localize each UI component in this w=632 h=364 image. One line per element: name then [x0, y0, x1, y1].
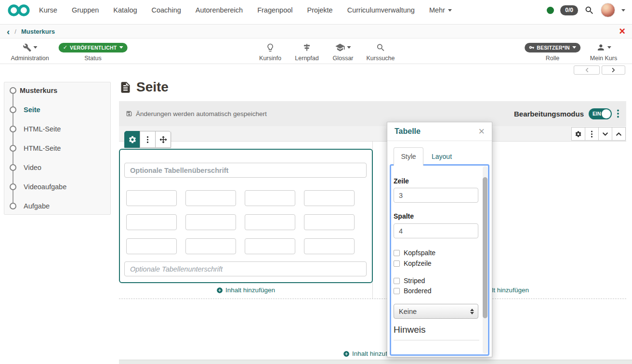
table-cell[interactable]	[185, 190, 236, 206]
tab-style[interactable]: Style	[394, 147, 423, 166]
add-section-bar[interactable]	[119, 360, 632, 364]
kopfzeile-checkbox[interactable]	[394, 260, 400, 267]
tree-node-circle	[10, 126, 16, 132]
spalte-input[interactable]	[394, 223, 478, 238]
page-title: Seite	[119, 79, 169, 95]
back-chevron-icon[interactable]: ‹	[7, 27, 10, 36]
kurssuche-label: Kurssuche	[366, 55, 395, 62]
nav-item-gruppen[interactable]: Gruppen	[72, 6, 99, 14]
key-icon	[529, 45, 534, 50]
table-cell[interactable]	[185, 238, 236, 254]
breadcrumb-course-link[interactable]: Musterkurs	[21, 28, 55, 35]
nav-item-projekte[interactable]: Projekte	[307, 6, 332, 14]
striped-label: Striped	[404, 277, 425, 285]
nav-item-fragenpool[interactable]: Fragenpool	[257, 6, 292, 14]
chevron-left-icon	[584, 67, 590, 73]
kurssuche-button[interactable]: Kurssuche	[366, 42, 395, 62]
plus-circle-icon	[216, 287, 223, 294]
table-cell[interactable]	[126, 238, 177, 254]
table-component[interactable]	[119, 149, 373, 283]
glossar-label: Glossar	[332, 55, 353, 62]
administration-menu[interactable]: Administration	[11, 42, 49, 62]
component-settings-button[interactable]	[124, 131, 140, 148]
row-more-button[interactable]	[585, 127, 599, 141]
row-settings-button[interactable]	[571, 127, 585, 141]
table-cell[interactable]	[245, 214, 295, 230]
row-move-down-button[interactable]	[598, 127, 612, 141]
nav-item-autorenbereich[interactable]: Autorenbereich	[196, 6, 243, 14]
lernpfad-button[interactable]: Lernpfad	[295, 42, 318, 62]
table-cell[interactable]	[304, 190, 355, 206]
nav-item-coaching[interactable]: Coaching	[152, 6, 181, 14]
rolle-menu[interactable]: BESITZER*IN Rolle	[525, 42, 580, 62]
glossar-menu[interactable]: Glossar	[332, 42, 353, 62]
close-icon[interactable]: ×	[478, 126, 485, 137]
chevron-down-icon	[33, 46, 37, 49]
table-dialog: Tabelle × Style Layout Zeile Spalte Kopf…	[387, 122, 492, 357]
next-page-button[interactable]	[602, 65, 625, 75]
zeile-input[interactable]	[394, 188, 478, 203]
tree-node-circle	[10, 87, 16, 94]
dialog-header: Tabelle ×	[387, 122, 492, 141]
document-icon	[119, 80, 132, 95]
chevron-down-icon	[602, 131, 608, 137]
table-cell[interactable]	[126, 190, 177, 206]
table-cell[interactable]	[304, 214, 355, 230]
row-move-up-button[interactable]	[612, 127, 626, 141]
plus-circle-icon	[343, 351, 350, 357]
add-content-link-left-column[interactable]: Inhalt hinzufügen	[216, 286, 275, 294]
checkbox-row-striped: Striped	[394, 276, 425, 285]
breadcrumb-bar: ‹ / Musterkurs ×	[0, 24, 632, 39]
search-icon[interactable]	[584, 5, 594, 15]
table-cell[interactable]	[304, 238, 355, 254]
nav-item-kurse[interactable]: Kurse	[39, 6, 57, 14]
nav-item-curriculumverwaltung[interactable]: Curriculumverwaltung	[347, 6, 415, 14]
dialog-tab-panel: Zeile Spalte Kopfspalte Kopfzeile Stripe…	[390, 164, 489, 356]
component-move-button[interactable]	[155, 131, 171, 148]
component-toolbar	[125, 131, 171, 148]
rolle-badge-label: BESITZER*IN	[537, 45, 570, 51]
toggle-state-label: EIN	[592, 111, 601, 117]
tree-node-circle	[10, 203, 16, 209]
session-count-badge[interactable]: 0/0	[560, 5, 578, 15]
course-tree-panel: Musterkurs Seite HTML-Seite HTML-Seite V…	[4, 82, 111, 215]
user-menu-chevron-icon[interactable]	[621, 9, 625, 12]
striped-checkbox[interactable]	[394, 278, 400, 284]
nav-item-mehr[interactable]: Mehr	[429, 6, 452, 14]
autosave-message-text: Änderungen werden automatisch gespeicher…	[136, 110, 267, 117]
component-more-button[interactable]	[140, 131, 156, 148]
edit-mode-toggle[interactable]: EIN	[589, 108, 612, 119]
openolat-logo-icon[interactable]	[7, 3, 31, 17]
previous-page-button[interactable]	[574, 65, 600, 75]
kopfspalte-checkbox[interactable]	[394, 250, 400, 256]
lightbulb-icon	[265, 43, 275, 52]
mein-kurs-menu[interactable]: Mein Kurs	[590, 42, 617, 62]
graduation-cap-icon	[335, 42, 345, 52]
close-course-icon[interactable]: ×	[619, 26, 625, 37]
dialog-scrollbar-thumb[interactable]	[483, 177, 487, 318]
table-caption-input[interactable]	[124, 163, 367, 178]
nav-item-katalog[interactable]: Katalog	[113, 6, 137, 14]
table-cell[interactable]	[126, 214, 177, 230]
tab-layout[interactable]: Layout	[432, 147, 452, 166]
kebab-menu-icon[interactable]	[617, 109, 619, 118]
autosave-message: Änderungen werden automatisch gespeicher…	[126, 110, 267, 117]
select-value: Keine	[399, 308, 417, 315]
edit-mode-label: Bearbeitungsmodus	[514, 110, 584, 118]
person-icon	[596, 43, 606, 52]
gear-icon	[575, 130, 582, 138]
table-cell[interactable]	[185, 214, 236, 230]
table-cell[interactable]	[245, 238, 295, 254]
status-menu[interactable]: ✓ VERÖFFENTLICHT Status	[59, 42, 128, 62]
table-style-select[interactable]: Keine	[394, 304, 478, 319]
top-navbar: Kurse Gruppen Katalog Coaching Autorenbe…	[0, 0, 632, 20]
table-footer-input[interactable]	[124, 261, 367, 276]
toggle-knob	[602, 109, 611, 118]
bordered-checkbox[interactable]	[394, 288, 400, 294]
chevron-down-icon	[448, 9, 452, 12]
table-cell[interactable]	[245, 190, 295, 206]
signpost-icon	[302, 43, 311, 52]
tree-node-circle	[10, 164, 16, 171]
kursinfo-button[interactable]: Kursinfo	[259, 42, 281, 62]
user-avatar[interactable]	[601, 3, 615, 17]
